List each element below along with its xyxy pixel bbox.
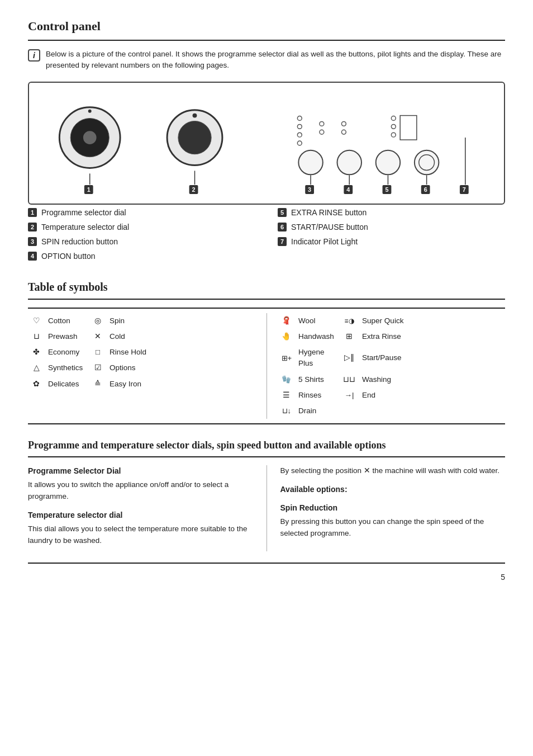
symbol-icon: ♡ bbox=[28, 313, 45, 329]
symbol-label2: Easy Iron bbox=[106, 376, 255, 392]
symbol-icon2: ⊞ bbox=[340, 329, 359, 344]
symbol-icon2: ≡◑ bbox=[340, 313, 359, 329]
symbol-label: Delicates bbox=[45, 376, 89, 392]
symbol-icon2: ≙ bbox=[89, 376, 106, 392]
legend-right: 5 EXTRA RINSE button 6 START/PAUSE butto… bbox=[278, 207, 505, 265]
symbols-right-table: 🧣 Wool ≡◑ Super Quick 🤚 Handwash ⊞ Extra… bbox=[278, 313, 506, 419]
symbols-left-col: ♡ Cotton ◎ Spin ⊔ Prewash ✕ Cold ✤ Econo… bbox=[28, 313, 267, 419]
programme-selector-text: It allows you to switch the appliance on… bbox=[28, 479, 253, 503]
svg-text:2: 2 bbox=[192, 186, 196, 192]
symbol-label2: Washing bbox=[359, 372, 505, 388]
diagram-svg: 1 2 3 4 5 6 7 bbox=[29, 83, 504, 204]
symbol-label: Handwash bbox=[295, 329, 340, 344]
symbol-icon2: ◎ bbox=[89, 313, 106, 329]
svg-point-11 bbox=[320, 121, 324, 126]
legend-item-7: 7 Indicator Pilot Light bbox=[278, 236, 505, 248]
symbol-label2: Rinse Hold bbox=[106, 344, 255, 360]
legend-item-5: 5 EXTRA RINSE button bbox=[278, 207, 505, 219]
legend-num-5: 5 bbox=[278, 208, 287, 217]
svg-point-14 bbox=[341, 130, 346, 134]
svg-point-16 bbox=[391, 124, 396, 129]
symbol-icon: 🤚 bbox=[278, 329, 296, 344]
symbol-label: Economy bbox=[45, 344, 89, 360]
legend-num-6: 6 bbox=[278, 223, 287, 231]
symbol-row: ⊔ Prewash ✕ Cold bbox=[28, 329, 255, 344]
legend-num-7: 7 bbox=[278, 237, 287, 246]
svg-text:6: 6 bbox=[424, 186, 427, 192]
symbol-row: ♡ Cotton ◎ Spin bbox=[28, 313, 255, 329]
page-number: 5 bbox=[28, 571, 505, 583]
svg-point-10 bbox=[297, 141, 302, 145]
symbol-row: ☰ Rinses →| End bbox=[278, 388, 506, 403]
svg-point-17 bbox=[391, 133, 396, 137]
symbol-label2: Extra Rinse bbox=[359, 329, 505, 344]
svg-point-22 bbox=[415, 150, 439, 174]
symbol-icon: 🧣 bbox=[278, 313, 296, 329]
symbol-icon: ⊔ bbox=[28, 329, 45, 344]
legend-num-2: 2 bbox=[28, 223, 37, 231]
svg-point-6 bbox=[193, 113, 197, 117]
svg-point-2 bbox=[83, 131, 97, 144]
section2-divider bbox=[28, 456, 505, 457]
symbol-row: ✿ Delicates ≙ Easy Iron bbox=[28, 376, 255, 392]
legend-item-4: 4 OPTION button bbox=[28, 251, 255, 262]
svg-text:7: 7 bbox=[463, 186, 466, 192]
info-icon: i bbox=[28, 49, 40, 62]
symbol-icon: ⊔↓ bbox=[278, 403, 296, 419]
symbol-label: Cotton bbox=[45, 313, 89, 329]
legend-num-3: 3 bbox=[28, 237, 37, 246]
svg-point-3 bbox=[88, 109, 92, 112]
two-column-layout: Programme Selector Dial It allows you to… bbox=[28, 465, 505, 551]
temperature-selector-text: This dial allows you to select the tempe… bbox=[28, 523, 253, 547]
programme-selector-heading: Programme Selector Dial bbox=[28, 465, 253, 477]
symbol-label: Wool bbox=[295, 313, 340, 329]
symbol-row: 🤚 Handwash ⊞ Extra Rinse bbox=[278, 329, 506, 344]
symbol-row: ⊔↓ Drain bbox=[278, 403, 506, 419]
legend-item-1: 1 Programme selector dial bbox=[28, 207, 255, 219]
legend-label-2: Temperature selector dial bbox=[41, 221, 129, 233]
legend-num-1: 1 bbox=[28, 208, 37, 217]
section2-title: Programme and temperature selector dials… bbox=[28, 438, 505, 453]
legend-label-5: EXTRA RINSE button bbox=[291, 207, 367, 219]
cold-water-text: By selecting the position ✕ the machine … bbox=[280, 465, 506, 477]
symbol-label2: Options bbox=[106, 360, 255, 376]
legend-label-1: Programme selector dial bbox=[41, 207, 126, 219]
legend-container: 1 Programme selector dial 2 Temperature … bbox=[28, 207, 505, 265]
symbol-row: 🧣 Wool ≡◑ Super Quick bbox=[278, 313, 506, 329]
svg-rect-18 bbox=[400, 115, 417, 139]
symbols-left-table: ♡ Cotton ◎ Spin ⊔ Prewash ✕ Cold ✤ Econo… bbox=[28, 313, 255, 392]
symbol-icon: ⊞+ bbox=[278, 344, 296, 372]
symbol-label2: Start/Pause bbox=[359, 344, 505, 372]
temperature-selector-heading: Temperature selector dial bbox=[28, 509, 253, 521]
svg-point-7 bbox=[297, 116, 302, 120]
spin-reduction-text: By pressing this button you can change t… bbox=[280, 516, 506, 540]
legend-num-4: 4 bbox=[28, 252, 37, 261]
legend-label-6: START/PAUSE button bbox=[291, 221, 368, 233]
symbol-label: Hygene Plus bbox=[295, 344, 340, 372]
symbol-label2: Super Quick bbox=[359, 313, 505, 329]
svg-point-8 bbox=[297, 124, 302, 129]
svg-text:4: 4 bbox=[346, 186, 350, 192]
symbol-label: Prewash bbox=[45, 329, 89, 344]
symbol-label: Rinses bbox=[295, 388, 340, 403]
symbol-icon: △ bbox=[28, 360, 45, 376]
page-title: Control panel bbox=[28, 17, 505, 35]
symbol-icon2: □ bbox=[89, 344, 106, 360]
symbol-icon2: ☑ bbox=[89, 360, 106, 376]
available-options-heading: Available options: bbox=[280, 484, 506, 495]
control-panel-diagram: 1 2 3 4 5 6 7 bbox=[28, 82, 505, 205]
symbol-label2: Cold bbox=[106, 329, 255, 344]
symbol-icon2: ▷‖ bbox=[340, 344, 359, 372]
svg-point-9 bbox=[297, 133, 302, 137]
legend-label-7: Indicator Pilot Light bbox=[291, 236, 358, 248]
symbol-icon: ☰ bbox=[278, 388, 296, 403]
bottom-divider bbox=[28, 563, 505, 564]
legend-left: 1 Programme selector dial 2 Temperature … bbox=[28, 207, 255, 265]
info-box: i Below is a picture of the control pane… bbox=[28, 49, 505, 72]
symbol-icon2: ⊔⊔ bbox=[340, 372, 359, 388]
svg-point-19 bbox=[298, 150, 322, 174]
symbol-row: ✤ Economy □ Rinse Hold bbox=[28, 344, 255, 360]
legend-item-3: 3 SPIN reduction button bbox=[28, 236, 255, 248]
symbol-label2: End bbox=[359, 388, 505, 403]
symbol-label: 5 Shirts bbox=[295, 372, 340, 388]
